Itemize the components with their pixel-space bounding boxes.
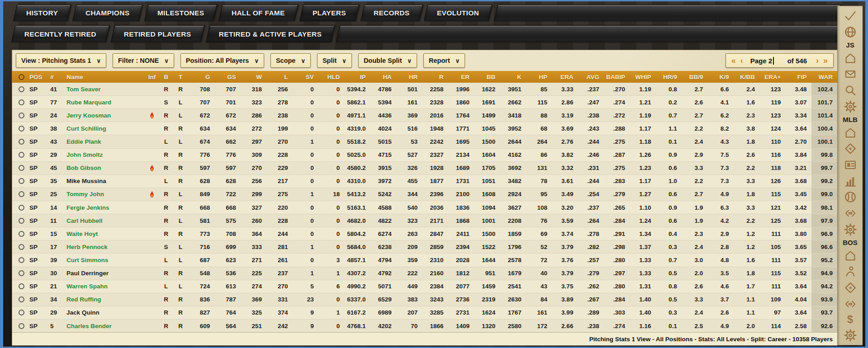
- table-row[interactable]: SP24Jerry KoosmanRL672672286238004971.14…: [12, 109, 837, 122]
- tab-players[interactable]: PLAYERS: [299, 5, 359, 21]
- next-page-button[interactable]: ›: [816, 56, 819, 65]
- baseball-icon[interactable]: [844, 190, 857, 204]
- column-header-k-bb[interactable]: K/BB: [734, 74, 759, 80]
- column-header-w[interactable]: W: [241, 74, 266, 80]
- column-header-r[interactable]: R: [422, 74, 448, 80]
- table-row[interactable]: SP14Fergie JenkinsRR668668327220005163.1…: [12, 201, 837, 214]
- table-row[interactable]: SP45Bob GibsonRR597597270229004580.23915…: [12, 162, 837, 175]
- column-header-k[interactable]: K: [500, 74, 526, 80]
- table-row[interactable]: SP5Charles BenderRR609564251242904768.14…: [12, 320, 837, 333]
- player-name-cell[interactable]: Carl Hubbell: [65, 214, 144, 227]
- column-header-ip[interactable]: IP: [344, 74, 370, 80]
- league-home-icon[interactable]: [844, 126, 857, 140]
- transactions-icon[interactable]: [844, 207, 857, 220]
- column-header--[interactable]: #: [48, 74, 65, 80]
- player-name-cell[interactable]: Waite Hoyt: [65, 227, 144, 240]
- tab-champions[interactable]: CHAMPIONS: [72, 5, 143, 21]
- table-row[interactable]: SP29John SmoltzRR776776309228005025.0471…: [12, 149, 837, 162]
- row-radio[interactable]: [19, 126, 24, 132]
- home-icon[interactable]: [844, 52, 857, 65]
- player-name-cell[interactable]: Curt Schilling: [65, 122, 144, 135]
- scope-dropdown[interactable]: Scope∨: [270, 53, 311, 68]
- mail-icon[interactable]: [844, 67, 857, 81]
- row-radio[interactable]: [19, 139, 24, 145]
- row-radio[interactable]: [19, 218, 24, 224]
- table-row[interactable]: SP77Rube MarquardSL707701323278005862.15…: [12, 96, 837, 109]
- column-header-avg[interactable]: AVG: [578, 74, 603, 80]
- check-icon[interactable]: [844, 9, 857, 23]
- select-all-radio[interactable]: [19, 74, 24, 80]
- table-row[interactable]: SP25Tommy JohnRL8497222992751185413.2524…: [12, 188, 837, 201]
- column-header-whip[interactable]: WHIP: [630, 74, 655, 80]
- row-radio[interactable]: [19, 231, 24, 237]
- column-header-babip[interactable]: BABIP: [604, 74, 630, 80]
- player-name-cell[interactable]: John Smoltz: [65, 149, 144, 162]
- split-dropdown[interactable]: Split∨: [317, 53, 352, 68]
- table-row[interactable]: SP43Eddie PlankLL674662297270105518.2501…: [12, 135, 837, 148]
- table-row[interactable]: SP34Red RuffingRR8367873693312306337.065…: [12, 293, 837, 306]
- row-radio[interactable]: [19, 257, 24, 263]
- player-name-cell[interactable]: Red Ruffing: [65, 293, 144, 306]
- row-radio[interactable]: [19, 270, 24, 276]
- column-header-name[interactable]: Name: [65, 74, 144, 80]
- double-split-dropdown[interactable]: Double Split∨: [358, 53, 417, 68]
- row-radio[interactable]: [19, 178, 24, 184]
- table-row[interactable]: SP15Waite HoytRR773708364244005804.26274…: [12, 227, 837, 240]
- tab-recently-retired[interactable]: RECENTLY RETIRED: [11, 25, 110, 42]
- table-row[interactable]: SP35Mike MussinaLR628628256217004310.039…: [12, 175, 837, 188]
- tab-records[interactable]: RECORDS: [360, 5, 423, 21]
- row-radio[interactable]: [19, 296, 24, 302]
- column-header-war[interactable]: WAR: [811, 74, 837, 80]
- table-row[interactable]: SP11Carl HubbellRL581575260228004682.048…: [12, 214, 837, 227]
- last-page-button[interactable]: »: [823, 56, 828, 65]
- row-radio[interactable]: [19, 310, 24, 315]
- player-name-cell[interactable]: Paul Derringer: [65, 267, 144, 280]
- finances-icon[interactable]: $: [847, 313, 853, 326]
- table-row[interactable]: SP17Herb PennockSL716699333281105684.062…: [12, 240, 837, 254]
- row-radio[interactable]: [19, 191, 24, 197]
- tab-evolution[interactable]: EVOLUTION: [424, 5, 493, 21]
- row-radio[interactable]: [19, 323, 24, 329]
- column-header-t[interactable]: T: [172, 74, 189, 80]
- position-dropdown[interactable]: Position: All Players∨: [180, 53, 264, 68]
- tab-hall-of-fame[interactable]: HALL OF FAME: [218, 5, 298, 21]
- row-radio[interactable]: [19, 283, 24, 289]
- ballpark-icon[interactable]: [844, 142, 857, 155]
- table-row[interactable]: SP39Curt SimmonsLL687623271261034857.147…: [12, 254, 837, 267]
- column-header-bb-9[interactable]: BB/9: [682, 74, 707, 80]
- column-header-hp[interactable]: HP: [526, 74, 552, 80]
- player-name-cell[interactable]: Mike Mussina: [65, 175, 144, 188]
- player-name-cell[interactable]: Charles Bender: [65, 320, 144, 333]
- row-radio[interactable]: [19, 99, 24, 105]
- player-name-cell[interactable]: Fergie Jenkins: [65, 201, 144, 214]
- manager-icon[interactable]: [844, 265, 857, 278]
- stats-icon[interactable]: [844, 174, 857, 188]
- table-row[interactable]: SP30Paul DerringerRR548536225237114307.2…: [12, 267, 837, 280]
- column-header-pos[interactable]: POS: [28, 74, 48, 80]
- team-home-icon[interactable]: [844, 249, 857, 263]
- player-name-cell[interactable]: Jack Quinn: [65, 306, 144, 320]
- row-radio[interactable]: [19, 244, 24, 250]
- player-name-cell[interactable]: Warren Spahn: [65, 280, 144, 293]
- row-radio[interactable]: [19, 86, 24, 92]
- player-name-cell[interactable]: Rube Marquard: [65, 96, 144, 109]
- tab-retired-active-players[interactable]: RETIRED & ACTIVE PLAYERS: [205, 25, 335, 42]
- tab-milestones[interactable]: MILESTONES: [144, 5, 217, 21]
- player-name-cell[interactable]: Tommy John: [65, 188, 144, 201]
- view-dropdown[interactable]: View : Pitching Stats 1∨: [16, 53, 106, 68]
- filter-dropdown[interactable]: Filter : NONE∨: [113, 53, 174, 68]
- column-header-k-9[interactable]: K/9: [707, 74, 733, 80]
- league-settings-icon[interactable]: [844, 223, 857, 236]
- column-header-era-[interactable]: ERA+: [759, 74, 785, 80]
- column-header-er[interactable]: ER: [448, 74, 474, 80]
- globe-icon[interactable]: [844, 25, 857, 39]
- table-row[interactable]: SP21Warren SpahnLL724613274270564990.250…: [12, 280, 837, 293]
- team-ballpark-icon[interactable]: [844, 281, 857, 295]
- row-radio[interactable]: [19, 205, 24, 211]
- player-name-cell[interactable]: Herb Pennock: [65, 240, 144, 254]
- row-radio[interactable]: [19, 113, 24, 118]
- column-header-hld[interactable]: HLD: [318, 74, 344, 80]
- column-header-ha[interactable]: HA: [370, 74, 396, 80]
- column-header-inf[interactable]: Inf: [144, 74, 160, 80]
- column-header-era[interactable]: ERA: [552, 74, 578, 80]
